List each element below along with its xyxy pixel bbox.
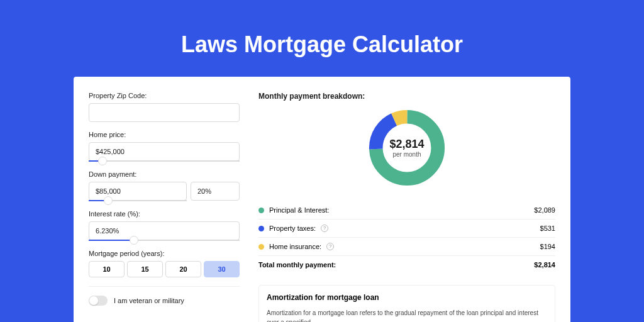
veteran-label: I am veteran or military — [114, 297, 184, 304]
line-item-label: Home insurance: — [269, 243, 321, 250]
interest-rate-field-group: Interest rate (%): — [89, 210, 240, 241]
interest-rate-label: Interest rate (%): — [89, 210, 240, 218]
total-label: Total monthly payment: — [258, 261, 336, 269]
help-icon[interactable]: ? — [321, 225, 328, 232]
line-item: Home insurance:?$194 — [258, 238, 555, 256]
veteran-row: I am veteran or military — [89, 286, 240, 306]
period-label: Mortgage period (years): — [89, 250, 240, 257]
donut-chart: $2,814 per month — [366, 107, 448, 189]
page-title: Laws Mortgage Calculator — [0, 31, 644, 58]
help-icon[interactable]: ? — [326, 243, 334, 250]
legend-dot-icon — [258, 226, 264, 231]
calculator-card: Property Zip Code: Home price: Down paym… — [74, 77, 570, 322]
down-payment-slider[interactable] — [89, 200, 187, 201]
line-item-left: Principal & Interest: — [258, 206, 329, 214]
donut-sub: per month — [389, 151, 424, 158]
zip-field-group: Property Zip Code: — [89, 92, 240, 122]
zip-input[interactable] — [89, 103, 240, 122]
line-item-label: Principal & Interest: — [269, 206, 329, 214]
total-value: $2,814 — [534, 261, 555, 269]
period-buttons: 10152030 — [89, 261, 240, 277]
line-item-value: $194 — [540, 243, 555, 250]
amortization-title: Amortization for mortgage loan — [267, 293, 547, 302]
down-payment-pct-input[interactable] — [191, 182, 240, 201]
donut-center: $2,814 per month — [389, 138, 424, 158]
home-price-slider-thumb[interactable] — [98, 157, 107, 165]
interest-rate-slider-thumb[interactable] — [130, 236, 138, 245]
home-price-field-group: Home price: — [89, 131, 240, 162]
amortization-text: Amortization for a mortgage loan refers … — [267, 308, 547, 322]
interest-rate-input[interactable] — [89, 221, 240, 240]
period-btn-10[interactable]: 10 — [89, 261, 125, 277]
line-item-value: $531 — [540, 225, 555, 232]
down-payment-slider-thumb[interactable] — [104, 196, 113, 205]
form-column: Property Zip Code: Home price: Down paym… — [89, 92, 240, 322]
period-btn-15[interactable]: 15 — [127, 261, 163, 277]
interest-rate-slider-fill — [89, 240, 134, 241]
line-item-left: Home insurance:? — [258, 243, 334, 250]
donut-value: $2,814 — [389, 138, 424, 151]
line-item-label: Property taxes: — [269, 225, 316, 232]
total-row: Total monthly payment: $2,814 — [258, 256, 555, 274]
home-price-slider[interactable] — [89, 160, 240, 162]
breakdown-column: Monthly payment breakdown: $2,814 per mo… — [258, 92, 555, 322]
line-item-left: Property taxes:? — [258, 225, 328, 232]
legend-dot-icon — [258, 244, 264, 250]
down-payment-field-group: Down payment: — [89, 170, 240, 201]
zip-label: Property Zip Code: — [89, 92, 240, 99]
period-btn-30[interactable]: 30 — [204, 261, 240, 277]
line-item-value: $2,089 — [534, 206, 555, 214]
breakdown-title: Monthly payment breakdown: — [258, 92, 555, 101]
line-items: Principal & Interest:$2,089Property taxe… — [258, 201, 555, 256]
down-payment-label: Down payment: — [89, 170, 240, 178]
line-item: Principal & Interest:$2,089 — [258, 201, 555, 219]
veteran-toggle[interactable] — [89, 296, 108, 306]
legend-dot-icon — [258, 208, 264, 213]
home-price-label: Home price: — [89, 131, 240, 138]
period-field-group: Mortgage period (years): 10152030 — [89, 250, 240, 277]
down-payment-input[interactable] — [89, 182, 187, 201]
line-item: Property taxes:?$531 — [258, 219, 555, 238]
amortization-box: Amortization for mortgage loan Amortizat… — [258, 285, 555, 322]
period-btn-20[interactable]: 20 — [165, 261, 201, 277]
home-price-input[interactable] — [89, 142, 240, 161]
interest-rate-slider[interactable] — [89, 240, 240, 241]
